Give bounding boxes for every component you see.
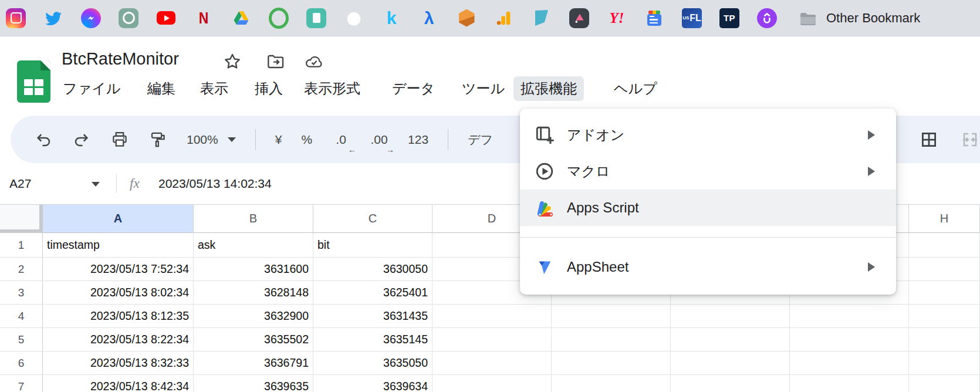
menu-data[interactable]: データ xyxy=(385,76,442,101)
menu-item-appsheet[interactable]: AppSheet xyxy=(520,249,896,285)
cell[interactable] xyxy=(432,328,552,352)
menu-tools[interactable]: ツール xyxy=(455,76,512,101)
cell[interactable] xyxy=(671,352,790,375)
row-header[interactable]: 3 xyxy=(0,281,43,305)
cell[interactable] xyxy=(552,352,671,375)
green-swirl-icon[interactable] xyxy=(269,8,289,28)
decrease-decimal-button[interactable]: .0← xyxy=(332,130,350,149)
menu-insert[interactable]: 挿入 xyxy=(248,76,290,101)
teal-document-icon[interactable] xyxy=(306,8,326,28)
select-all-corner[interactable] xyxy=(0,205,43,233)
yahoo-icon[interactable]: Y! xyxy=(607,8,627,28)
cloud-saved-icon[interactable] xyxy=(304,52,324,72)
messenger-icon[interactable] xyxy=(81,8,101,28)
increase-decimal-button[interactable]: .00→ xyxy=(370,130,388,149)
github-icon[interactable] xyxy=(344,8,364,28)
cell-a1[interactable]: timestamp xyxy=(43,233,194,258)
netflix-icon[interactable]: N xyxy=(194,8,214,28)
twitter-icon[interactable] xyxy=(43,8,63,28)
document-title[interactable]: BtcRateMonitor xyxy=(62,49,179,69)
row-header[interactable]: 6 xyxy=(0,352,43,375)
cell-c3[interactable]: 3625401 xyxy=(313,281,432,305)
cell[interactable] xyxy=(909,258,980,281)
format-currency-button[interactable]: ¥ xyxy=(275,130,282,149)
menu-view[interactable]: 表示 xyxy=(193,76,235,101)
cell[interactable] xyxy=(790,328,909,352)
cell-b3[interactable]: 3628148 xyxy=(194,281,313,305)
zoom-control[interactable]: 100% xyxy=(187,133,236,147)
cell-c5[interactable]: 3635145 xyxy=(313,328,432,352)
cell[interactable] xyxy=(552,375,671,392)
cell[interactable] xyxy=(790,375,909,392)
cell-a5[interactable]: 2023/05/13 8:22:34 xyxy=(43,328,194,352)
cell[interactable] xyxy=(790,352,909,375)
google-news-icon[interactable] xyxy=(644,8,664,28)
youtube-icon[interactable] xyxy=(156,8,176,28)
number-format-button[interactable]: 123 xyxy=(408,130,428,149)
cell-b7[interactable]: 3639635 xyxy=(194,375,313,392)
cell-c7[interactable]: 3639634 xyxy=(313,375,432,392)
redo-icon[interactable] xyxy=(72,130,91,149)
cell[interactable] xyxy=(552,328,671,352)
cell-b1[interactable]: ask xyxy=(194,233,313,258)
udemy-icon[interactable] xyxy=(757,8,777,28)
tp-icon[interactable]: TP xyxy=(719,8,739,28)
font-select-clipped[interactable]: デフ xyxy=(468,130,493,149)
column-header-c[interactable]: C xyxy=(313,205,432,233)
formula-input[interactable]: 2023/05/13 14:02:34 xyxy=(158,163,272,204)
cell[interactable] xyxy=(671,305,790,328)
borders-icon[interactable] xyxy=(920,130,938,149)
instagram-icon[interactable] xyxy=(6,8,26,28)
row-header[interactable]: 7 xyxy=(0,375,43,392)
menu-item-addons[interactable]: アドオン xyxy=(520,117,896,153)
teal-flag-icon[interactable] xyxy=(532,8,552,28)
undo-icon[interactable] xyxy=(34,130,53,149)
analytics-icon[interactable] xyxy=(494,8,514,28)
column-header-h[interactable]: H xyxy=(909,205,980,233)
cell[interactable] xyxy=(909,233,980,258)
lambda-icon[interactable]: λ xyxy=(419,8,439,28)
cell-a4[interactable]: 2023/05/13 8:12:35 xyxy=(43,305,194,328)
menu-file[interactable]: ファイル xyxy=(56,76,127,101)
star-icon[interactable] xyxy=(222,52,242,72)
cell-b4[interactable]: 3632900 xyxy=(194,305,313,328)
print-icon[interactable] xyxy=(110,130,129,149)
column-header-b[interactable]: B xyxy=(194,205,313,233)
cell[interactable] xyxy=(790,305,909,328)
chatgpt-icon[interactable] xyxy=(119,8,138,28)
row-header[interactable]: 4 xyxy=(0,305,43,328)
row-header[interactable]: 2 xyxy=(0,258,43,281)
menu-item-apps-script[interactable]: Apps Script xyxy=(520,190,896,226)
cell-b6[interactable]: 3636791 xyxy=(194,352,313,375)
menu-help[interactable]: ヘルプ xyxy=(607,76,664,101)
cell[interactable] xyxy=(909,328,980,352)
cell[interactable] xyxy=(671,328,790,352)
google-drive-icon[interactable] xyxy=(231,8,251,28)
cell[interactable] xyxy=(909,352,980,375)
cell-a6[interactable]: 2023/05/13 8:32:33 xyxy=(43,352,194,375)
aws-cube-icon[interactable] xyxy=(457,8,477,28)
column-header-a[interactable]: A xyxy=(43,205,194,233)
chevron-down-icon[interactable] xyxy=(92,182,100,187)
paint-format-icon[interactable] xyxy=(148,130,167,149)
cell[interactable] xyxy=(432,352,552,375)
cell-a3[interactable]: 2023/05/13 8:02:34 xyxy=(43,281,194,305)
cell-a7[interactable]: 2023/05/13 8:42:34 xyxy=(43,375,194,392)
cell[interactable] xyxy=(909,305,980,328)
usfl-icon[interactable]: USFL xyxy=(682,8,702,28)
menu-item-macros[interactable]: マクロ xyxy=(520,153,896,190)
other-bookmarks-button[interactable]: Other Bookmark xyxy=(798,8,920,28)
cell[interactable] xyxy=(909,281,980,305)
cell-c4[interactable]: 3631435 xyxy=(313,305,432,328)
kaggle-icon[interactable]: k xyxy=(381,8,401,28)
cell[interactable] xyxy=(432,375,552,392)
cell-a2[interactable]: 2023/05/13 7:52:34 xyxy=(43,258,194,281)
move-to-folder-icon[interactable] xyxy=(266,52,286,72)
cell-b5[interactable]: 3635502 xyxy=(194,328,313,352)
cell-c2[interactable]: 3630050 xyxy=(313,258,432,281)
cell-c6[interactable]: 3635050 xyxy=(313,352,432,375)
row-header[interactable]: 5 xyxy=(0,328,43,352)
menu-extensions[interactable]: 拡張機能 xyxy=(513,76,584,101)
format-percent-button[interactable]: % xyxy=(301,130,312,149)
menu-format[interactable]: 表示形式 xyxy=(297,76,367,101)
